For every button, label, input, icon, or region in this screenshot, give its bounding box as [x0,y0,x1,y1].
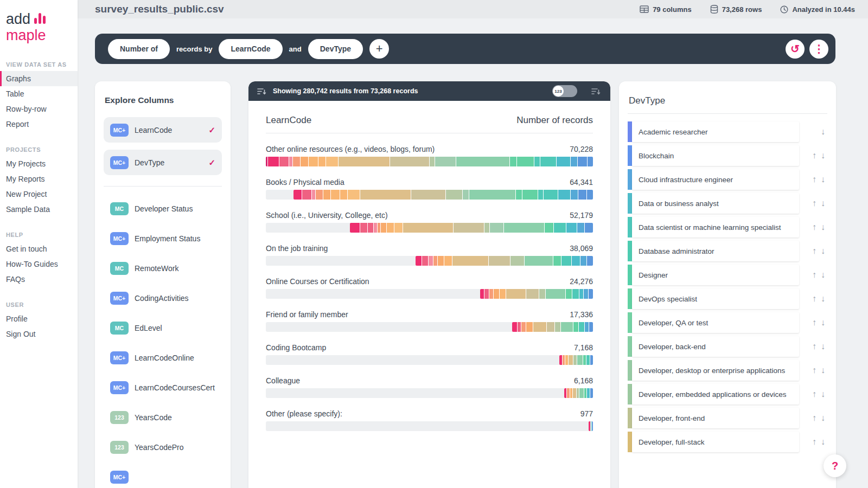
bar-segment[interactable] [571,190,578,200]
sidebar-item-table[interactable]: Table [0,86,78,101]
bar-segment[interactable] [435,157,455,166]
bar-segment[interactable] [522,190,538,200]
bar-segment[interactable] [510,157,516,166]
bar-segment[interactable] [584,388,586,398]
bar-segment[interactable] [554,223,566,233]
move-up-icon[interactable]: ↑ [812,437,816,447]
bar-segment[interactable] [540,157,556,166]
move-up-icon[interactable]: ↑ [812,222,816,232]
explore-item-yearscode[interactable]: 123YearsCode [104,410,222,425]
move-up-icon[interactable]: ↑ [812,389,816,399]
bar-segment[interactable] [350,223,360,233]
bar-segment[interactable] [590,355,593,365]
explore-item-employment-status[interactable]: MC+Employment Status [104,231,222,246]
bar-segment[interactable] [526,289,539,299]
explore-item-codingactivities[interactable]: MC+CodingActivities [104,291,222,306]
bar-segment[interactable] [572,256,580,266]
bar-segment[interactable] [293,157,300,166]
query-pill-number-of[interactable]: Number of [108,39,170,59]
bar-segment[interactable] [340,190,347,200]
bar-segment[interactable] [293,190,302,200]
sidebar-item-get-in-touch[interactable]: Get in touch [0,241,78,256]
bar-segment[interactable] [555,322,560,332]
bar-segment[interactable] [585,322,589,332]
bar-segment[interactable] [339,157,389,166]
bar-segment[interactable] [512,322,517,332]
bar-segment[interactable] [279,157,289,166]
bar-segment[interactable] [500,289,505,299]
bar-segment[interactable] [579,388,584,398]
bar-segment[interactable] [416,256,422,266]
bar-segment[interactable] [539,289,545,299]
bar-segment[interactable] [510,256,524,266]
bar-segment[interactable] [504,223,544,233]
bar-segment[interactable] [553,256,561,266]
bar-segment[interactable] [525,256,553,266]
move-up-icon[interactable]: ↑ [812,246,816,256]
add-column-button[interactable]: + [369,39,389,59]
bar-segment[interactable] [360,190,411,200]
bar-segment[interactable] [490,223,503,233]
bar-segment[interactable] [566,223,577,233]
bar-segment[interactable] [545,223,554,233]
bar-segment[interactable] [569,355,573,365]
bar-segment[interactable] [390,157,429,166]
move-down-icon[interactable]: ↓ [821,151,825,160]
move-up-icon[interactable]: ↑ [812,151,816,160]
move-down-icon[interactable]: ↓ [821,365,825,375]
bar-segment[interactable] [521,322,526,332]
bar-segment[interactable] [573,322,578,332]
bar-segment[interactable] [323,190,330,200]
bar-segment[interactable] [586,355,590,365]
sidebar-item-my-projects[interactable]: My Projects [0,156,78,171]
bar-segment[interactable] [480,289,484,299]
bar-segment[interactable] [578,190,586,200]
bar-segment[interactable] [579,322,584,332]
devtype-label-card[interactable]: Developer, front-end [632,408,799,428]
bar-segment[interactable] [564,388,566,398]
bar-segment[interactable] [326,157,339,166]
sort-desc-icon[interactable] [257,88,266,95]
move-down-icon[interactable]: ↓ [821,246,825,256]
sidebar-item-graphs[interactable]: Graphs [0,71,78,86]
bar-segment[interactable] [430,157,435,166]
bar-segment[interactable] [494,289,499,299]
bar-segment[interactable] [360,223,367,233]
move-up-icon[interactable]: ↑ [812,198,816,208]
kebab-menu-icon[interactable]: ⋮ [809,40,828,59]
bar-segment[interactable] [484,223,489,233]
sidebar-item-report[interactable]: Report [0,117,78,132]
bar-segment[interactable] [591,421,592,431]
bar-segment[interactable] [547,322,554,332]
explore-item-partial[interactable]: MC+ [104,470,222,485]
devtype-label-card[interactable]: Developer, back-end [632,336,799,357]
move-down-icon[interactable]: ↓ [821,413,825,423]
query-pill-devtype[interactable]: DevType [308,39,363,59]
explore-item-edlevel[interactable]: MCEdLevel [104,320,222,336]
devtype-label-card[interactable]: Developer, desktop or enterprise applica… [632,360,799,381]
move-down-icon[interactable]: ↓ [821,198,825,208]
bar-segment[interactable] [538,190,543,200]
bar-segment[interactable] [316,190,323,200]
move-up-icon[interactable]: ↑ [812,270,816,280]
undo-icon[interactable]: ↺ [786,40,805,59]
bar-segment[interactable] [563,355,565,365]
bar-segment[interactable] [587,190,593,200]
bar-segment[interactable] [433,256,437,266]
bar-segment[interactable] [456,157,509,166]
bar-segment[interactable] [589,322,593,332]
bar-segment[interactable] [571,157,577,166]
bar-segment[interactable] [429,256,433,266]
devtype-label-card[interactable]: Blockchain [632,145,799,166]
devtype-label-card[interactable]: Developer, full-stack [632,432,799,452]
bar-segment[interactable] [577,355,583,365]
bar-segment[interactable] [266,157,267,166]
devtype-label-card[interactable]: Cloud infrastructure engineer [632,169,799,190]
sidebar-item-profile[interactable]: Profile [0,311,78,326]
bar-segment[interactable] [312,190,315,200]
bar-segment[interactable] [573,355,577,365]
devtype-label-card[interactable]: Developer, QA or test [632,312,799,333]
bar-segment[interactable] [489,289,493,299]
bar-segment[interactable] [565,355,569,365]
bar-segment[interactable] [526,322,532,332]
